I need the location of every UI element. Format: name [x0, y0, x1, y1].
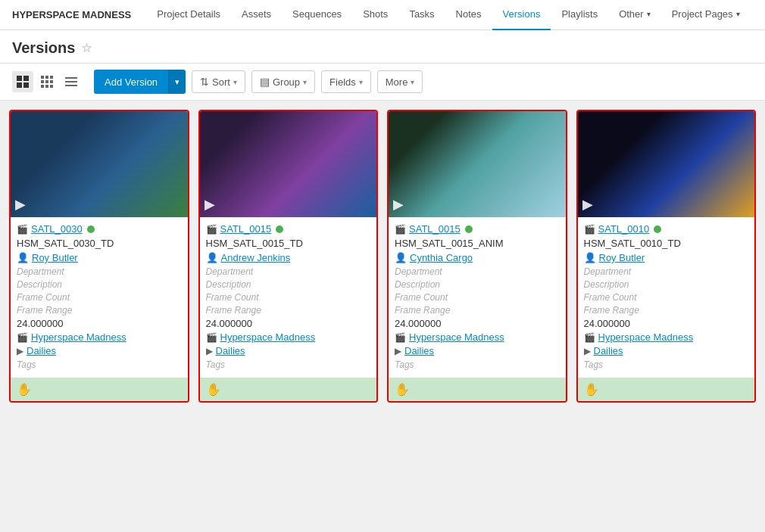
- project-link-0[interactable]: Hyperspace Madness: [31, 331, 126, 343]
- person-icon-0: 👤: [17, 252, 29, 263]
- nav-notes[interactable]: Notes: [445, 0, 492, 30]
- version-name-0: HSM_SATL_0030_TD: [17, 238, 182, 249]
- play-icon-3[interactable]: ▶: [582, 196, 593, 213]
- nav-playlists[interactable]: Playlists: [551, 0, 608, 30]
- project-link-2[interactable]: Hyperspace Madness: [409, 331, 504, 343]
- artist-row-3: 👤 Roy Butler: [584, 252, 749, 263]
- card-body-1: 🎬 SATL_0015 HSM_SATL_0015_TD 👤 Andrew Je…: [200, 217, 377, 378]
- tags-label-2: Tags: [395, 359, 560, 370]
- artist-link-0[interactable]: Roy Butler: [32, 252, 78, 263]
- nav-assets[interactable]: Assets: [231, 0, 282, 30]
- shot-link-3[interactable]: SATL_0010: [598, 223, 650, 235]
- svg-rect-15: [65, 85, 77, 86]
- card-thumbnail-2: ▶: [389, 111, 566, 217]
- nav-sequences[interactable]: Sequences: [282, 0, 352, 30]
- nav-tasks[interactable]: Tasks: [398, 0, 445, 30]
- frame-count-label-3: Frame Count: [584, 292, 749, 303]
- hand-icon-0: ✋: [17, 382, 32, 397]
- nav-versions[interactable]: Versions: [492, 0, 551, 30]
- shot-link-0[interactable]: SATL_0030: [31, 223, 83, 235]
- card-body-3: 🎬 SATL_0010 HSM_SATL_0010_TD 👤 Roy Butle…: [578, 217, 755, 378]
- play-icon-2[interactable]: ▶: [393, 196, 404, 213]
- tags-label-1: Tags: [206, 359, 371, 370]
- version-card-2: ▶ 🎬 SATL_0015 HSM_SATL_0015_ANIM 👤 Cynth…: [387, 110, 567, 403]
- svg-rect-12: [50, 85, 53, 88]
- artist-row-2: 👤 Cynthia Cargo: [395, 252, 560, 263]
- favorite-star-icon[interactable]: ☆: [81, 41, 92, 55]
- sort-button[interactable]: ⇅ Sort ▾: [192, 70, 245, 93]
- project-row-2: 🎬 Hyperspace Madness: [395, 331, 560, 343]
- card-shot-row-2: 🎬 SATL_0015: [395, 223, 560, 235]
- playlist-icon-3: ▶: [584, 346, 591, 356]
- version-name-1: HSM_SATL_0015_TD: [206, 238, 371, 249]
- project-row-1: 🎬 Hyperspace Madness: [206, 331, 371, 343]
- description-label-0: Description: [17, 279, 182, 290]
- version-card-3: ▶ 🎬 SATL_0010 HSM_SATL_0010_TD 👤 Roy But…: [576, 110, 757, 403]
- department-label-0: Department: [17, 266, 182, 277]
- play-icon-1[interactable]: ▶: [205, 196, 215, 213]
- artist-row-0: 👤 Roy Butler: [17, 252, 182, 263]
- top-navigation: HYPERSPACE MADNESS Project Details Asset…: [0, 0, 765, 30]
- playlist-link-2[interactable]: Dailies: [404, 345, 434, 356]
- shot-link-2[interactable]: SATL_0015: [409, 223, 461, 235]
- add-version-button[interactable]: Add Version: [94, 70, 168, 94]
- project-row-3: 🎬 Hyperspace Madness: [584, 331, 749, 343]
- main-content: ▶ 🎬 SATL_0030 HSM_SATL_0030_TD 👤 Roy But…: [0, 101, 765, 532]
- svg-rect-8: [45, 80, 48, 83]
- frame-range-label-1: Frame Range: [206, 305, 371, 316]
- shot-link-1[interactable]: SATL_0015: [220, 223, 272, 235]
- play-icon-0[interactable]: ▶: [15, 196, 26, 213]
- nav-project-details[interactable]: Project Details: [146, 0, 231, 30]
- card-thumbnail-3: ▶: [578, 111, 755, 217]
- playlist-link-1[interactable]: Dailies: [216, 345, 245, 356]
- department-label-1: Department: [206, 266, 371, 277]
- svg-rect-7: [41, 80, 44, 83]
- project-link-1[interactable]: Hyperspace Madness: [220, 331, 316, 343]
- card-footer-1: ✋: [200, 378, 377, 401]
- fields-button[interactable]: Fields ▾: [321, 70, 371, 93]
- description-label-1: Description: [206, 279, 371, 290]
- artist-link-3[interactable]: Roy Butler: [599, 252, 645, 263]
- playlist-icon-2: ▶: [395, 346, 401, 356]
- playlist-icon-0: ▶: [17, 346, 23, 356]
- department-label-3: Department: [584, 266, 749, 277]
- project-pages-dropdown-arrow: ▾: [736, 10, 740, 18]
- nav-project-pages[interactable]: Project Pages ▾: [661, 0, 751, 30]
- artist-link-1[interactable]: Andrew Jenkins: [221, 252, 291, 263]
- grid-view-icon[interactable]: [36, 71, 58, 92]
- project-icon-3: 🎬: [584, 332, 595, 343]
- add-version-button-group: Add Version ▾: [94, 70, 186, 94]
- shot-clapboard-icon-2: 🎬: [395, 224, 406, 235]
- svg-rect-6: [50, 76, 53, 79]
- list-view-icon[interactable]: [61, 71, 82, 92]
- status-dot-3: [654, 226, 661, 233]
- more-dropdown-arrow: ▾: [411, 78, 414, 86]
- svg-rect-10: [41, 85, 44, 88]
- playlist-link-3[interactable]: Dailies: [594, 345, 623, 356]
- toolbar: Add Version ▾ ⇅ Sort ▾ ▤ Group ▾ Fields …: [0, 64, 765, 101]
- playlist-link-0[interactable]: Dailies: [27, 345, 56, 356]
- frame-count-label-2: Frame Count: [395, 292, 560, 303]
- person-icon-2: 👤: [395, 252, 407, 263]
- fps-value-2: 24.000000: [395, 318, 560, 329]
- artist-link-2[interactable]: Cynthia Cargo: [410, 252, 473, 263]
- frame-range-label-3: Frame Range: [584, 305, 749, 316]
- project-icon-1: 🎬: [206, 332, 217, 343]
- tags-label-3: Tags: [584, 359, 749, 370]
- project-link-3[interactable]: Hyperspace Madness: [598, 331, 694, 343]
- card-shot-row-3: 🎬 SATL_0010: [584, 223, 749, 235]
- frame-count-label-0: Frame Count: [17, 292, 182, 303]
- thumbnail-view-icon[interactable]: [12, 71, 33, 92]
- more-button[interactable]: More ▾: [377, 70, 423, 93]
- add-version-dropdown-button[interactable]: ▾: [168, 70, 186, 94]
- card-body-0: 🎬 SATL_0030 HSM_SATL_0030_TD 👤 Roy Butle…: [11, 217, 188, 378]
- group-button[interactable]: ▤ Group ▾: [251, 70, 315, 93]
- card-footer-0: ✋: [11, 378, 188, 401]
- nav-other[interactable]: Other ▾: [608, 0, 661, 30]
- svg-rect-3: [23, 82, 29, 88]
- svg-rect-4: [41, 76, 44, 79]
- nav-shots[interactable]: Shots: [352, 0, 398, 30]
- status-dot-1: [276, 226, 283, 233]
- project-row-0: 🎬 Hyperspace Madness: [17, 331, 182, 343]
- playlist-row-2: ▶ Dailies: [395, 345, 560, 356]
